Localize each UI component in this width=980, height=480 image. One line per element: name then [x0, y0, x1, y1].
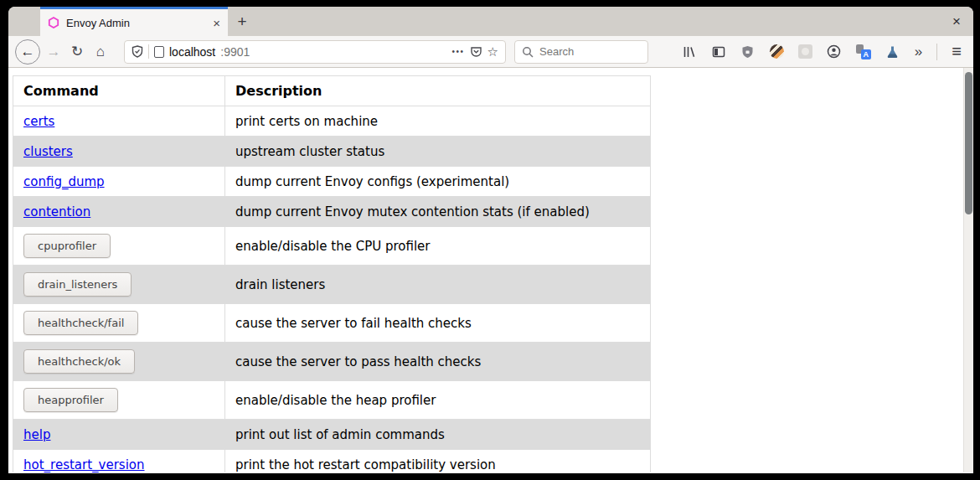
search-input[interactable]: Search [514, 40, 648, 64]
command-description: cause the server to fail health checks [235, 316, 472, 331]
forward-button[interactable]: → [42, 44, 65, 59]
translate-extension-icon[interactable]: A [856, 44, 871, 59]
flask-extension-icon[interactable] [885, 44, 900, 59]
url-bar[interactable]: localhost:9901 ••• ☆ [124, 40, 506, 64]
admin-command-table: Command Description certsprint certs on … [13, 75, 651, 472]
command-button[interactable]: healthcheck/ok [23, 349, 135, 374]
command-description: print certs on machine [235, 114, 378, 129]
table-row: heapprofilerenable/disable the heap prof… [13, 381, 651, 420]
browser-window: Envoy Admin × + × ← → ↻ ⌂ localhost:9901… [8, 7, 973, 473]
search-icon [522, 46, 534, 58]
tracking-protection-shield-icon[interactable] [132, 45, 143, 58]
back-button[interactable]: ← [15, 39, 40, 65]
table-row: certsprint certs on machine [13, 106, 651, 137]
table-row: contentiondump current Envoy mutex conte… [13, 197, 651, 227]
table-row: config_dumpdump current Envoy configs (e… [13, 167, 651, 197]
toolbar-separator [936, 44, 937, 60]
tab-envoy-admin[interactable]: Envoy Admin × [40, 7, 228, 36]
command-link[interactable]: help [23, 427, 50, 442]
command-link[interactable]: hot_restart_version [23, 457, 145, 472]
command-description: enable/disable the heap profiler [235, 393, 436, 408]
reload-button[interactable]: ↻ [65, 44, 89, 59]
command-link[interactable]: clusters [23, 144, 73, 159]
tab-close-icon[interactable]: × [213, 17, 220, 29]
command-description: print the hot restart compatibility vers… [235, 457, 496, 472]
table-row: healthcheck/okcause the server to pass h… [13, 343, 651, 381]
url-host[interactable]: localhost [169, 45, 215, 59]
command-description: print out list of admin commands [235, 427, 445, 442]
command-table-body: certsprint certs on machineclustersupstr… [13, 106, 651, 473]
table-row: helpprint out list of admin commands [13, 420, 651, 450]
table-row: cpuprofilerenable/disable the CPU profil… [13, 227, 651, 266]
command-button[interactable]: healthcheck/fail [23, 311, 138, 335]
command-link[interactable]: config_dump [23, 174, 105, 189]
back-arrow-icon: ← [21, 44, 35, 60]
command-description: drain listeners [235, 277, 325, 292]
snowflake-extension-icon[interactable] [798, 44, 812, 59]
urlbar-separator [148, 44, 149, 59]
table-row: healthcheck/failcause the server to fail… [13, 304, 651, 343]
tab-bar: Envoy Admin × + × [8, 7, 973, 36]
pocket-icon[interactable] [470, 45, 482, 58]
bookmark-star-icon[interactable]: ☆ [487, 44, 498, 59]
command-button[interactable]: drain_listeners [23, 272, 132, 297]
envoy-hexagon-icon [48, 17, 59, 28]
overflow-chevron-icon[interactable]: » [915, 44, 922, 60]
home-button[interactable]: ⌂ [89, 44, 112, 59]
description-column-header: Description [225, 76, 651, 106]
page-icon[interactable] [154, 46, 164, 58]
tab-title: Envoy Admin [66, 17, 206, 29]
page-content: Command Description certsprint certs on … [8, 68, 973, 472]
command-description: cause the server to pass health checks [235, 354, 481, 369]
account-icon[interactable] [827, 44, 842, 59]
table-header-row: Command Description [13, 76, 651, 106]
command-column-header: Command [13, 76, 225, 106]
command-button[interactable]: heapprofiler [23, 388, 118, 412]
extension-shield-lock-icon[interactable] [740, 44, 756, 59]
search-placeholder: Search [539, 45, 574, 58]
privacy-badger-icon[interactable] [770, 44, 784, 59]
table-row: clustersupstream cluster status [13, 137, 651, 167]
command-description: dump current Envoy mutex contention stat… [235, 204, 590, 219]
command-description: upstream cluster status [235, 144, 384, 159]
toolbar-extension-area: A » ≡ [682, 42, 967, 61]
sidebar-icon[interactable] [711, 44, 726, 59]
url-port[interactable]: :9901 [220, 45, 250, 59]
scrollbar-thumb[interactable] [965, 72, 972, 214]
tab-bar-spacer [256, 7, 940, 36]
command-description: dump current Envoy configs (experimental… [235, 174, 509, 189]
vertical-scrollbar[interactable] [963, 68, 973, 472]
command-button[interactable]: cpuprofiler [23, 234, 111, 258]
page-actions-icon[interactable]: ••• [452, 47, 465, 56]
new-tab-button[interactable]: + [228, 7, 256, 36]
window-close-icon[interactable]: × [940, 7, 973, 36]
table-row: drain_listenersdrain listeners [13, 266, 651, 304]
navigation-toolbar: ← → ↻ ⌂ localhost:9901 ••• ☆ [8, 36, 973, 68]
hamburger-menu-icon[interactable]: ≡ [952, 42, 962, 61]
command-description: enable/disable the CPU profiler [235, 239, 430, 254]
command-link[interactable]: certs [23, 114, 54, 129]
library-icon[interactable] [682, 44, 697, 59]
tab-bar-leading-space [8, 7, 40, 36]
table-row: hot_restart_versionprint the hot restart… [13, 450, 651, 473]
command-link[interactable]: contention [23, 204, 90, 219]
